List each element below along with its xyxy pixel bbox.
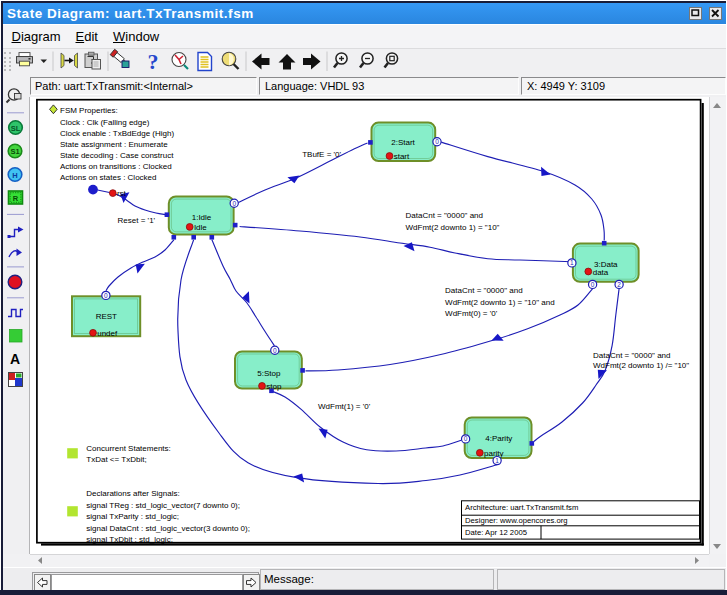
svg-text:Clock : Clk (Falling edge): Clock : Clk (Falling edge) <box>60 118 150 127</box>
svg-text:REST: REST <box>96 312 117 321</box>
svg-text:signal TxParity : std_logic;: signal TxParity : std_logic; <box>86 512 179 521</box>
svg-text:parity: parity <box>484 449 504 458</box>
svg-text:0: 0 <box>273 347 277 354</box>
svg-text:WdFmt(1) = '0': WdFmt(1) = '0' <box>318 402 371 411</box>
svg-text:FSM Properties:: FSM Properties: <box>60 106 118 115</box>
svg-text:2:Start: 2:Start <box>391 138 415 147</box>
svg-text:TxDat <= TxDbit;: TxDat <= TxDbit; <box>86 455 146 464</box>
svg-text:DataCnt = "0000" and: DataCnt = "0000" and <box>593 351 671 360</box>
svg-text:TBufE = '0': TBufE = '0' <box>302 150 341 159</box>
svg-text:Idle: Idle <box>194 223 207 232</box>
svg-text:Concurrent Statements:: Concurrent Statements: <box>86 444 170 453</box>
svg-text:State assignment : Enumerate: State assignment : Enumerate <box>60 140 168 149</box>
svg-text:Architecture: uart.TxTransmit.: Architecture: uart.TxTransmit.fsm <box>465 503 578 512</box>
svg-text:1:Idle: 1:Idle <box>192 213 212 222</box>
svg-text:WdFmt(2 downto 1) = "10" and: WdFmt(2 downto 1) = "10" and <box>445 298 555 307</box>
svg-text:Actions on transitions : Clock: Actions on transitions : Clocked <box>60 162 172 171</box>
svg-text:State decoding : Case construc: State decoding : Case construct <box>60 151 174 160</box>
svg-text:WdFmt(2 downto 1) = "10": WdFmt(2 downto 1) = "10" <box>406 223 500 232</box>
svg-text:DataCnt = "0000" and: DataCnt = "0000" and <box>406 211 484 220</box>
svg-text:0: 0 <box>464 435 468 442</box>
svg-text:5:Stop: 5:Stop <box>257 369 281 378</box>
svg-text:signal TReg : std_logic_vector: signal TReg : std_logic_vector(7 downto … <box>86 501 240 510</box>
svg-text:signal DataCnt : std_logic_vec: signal DataCnt : std_logic_vector(3 down… <box>86 524 250 533</box>
svg-text:Clock enable : TxBdEdge (High): Clock enable : TxBdEdge (High) <box>60 129 174 138</box>
svg-text:Reset = '1': Reset = '1' <box>118 216 156 225</box>
svg-text:Declarations after Signals:: Declarations after Signals: <box>86 489 179 498</box>
svg-text:rst: rst <box>117 189 127 198</box>
svg-text:1: 1 <box>495 457 499 464</box>
svg-text:WdFmt(0) = '0': WdFmt(0) = '0' <box>445 309 498 318</box>
svg-text:WdFmt(2 downto 1) /= "10": WdFmt(2 downto 1) /= "10" <box>593 361 689 370</box>
svg-text:0: 0 <box>435 138 439 145</box>
svg-text:Actions on states : Clocked: Actions on states : Clocked <box>60 173 157 182</box>
svg-text:undef: undef <box>97 329 118 338</box>
svg-text:0: 0 <box>232 200 236 207</box>
svg-text:Date: Apr 12 2005: Date: Apr 12 2005 <box>465 528 527 537</box>
svg-text:signal TxDbit : std_logic;: signal TxDbit : std_logic; <box>86 535 173 544</box>
svg-text:2: 2 <box>617 281 621 288</box>
svg-text:DataCnt = "0000" and: DataCnt = "0000" and <box>445 286 523 295</box>
svg-text:Designer: www.opencores.org: Designer: www.opencores.org <box>465 516 568 525</box>
svg-text:1: 1 <box>570 259 574 266</box>
svg-text:stop: stop <box>266 382 282 391</box>
svg-text:data: data <box>593 268 609 277</box>
svg-text:4:Parity: 4:Parity <box>485 434 512 443</box>
svg-text:0: 0 <box>104 292 108 299</box>
svg-text:0: 0 <box>591 281 595 288</box>
svg-text:start: start <box>394 152 410 161</box>
